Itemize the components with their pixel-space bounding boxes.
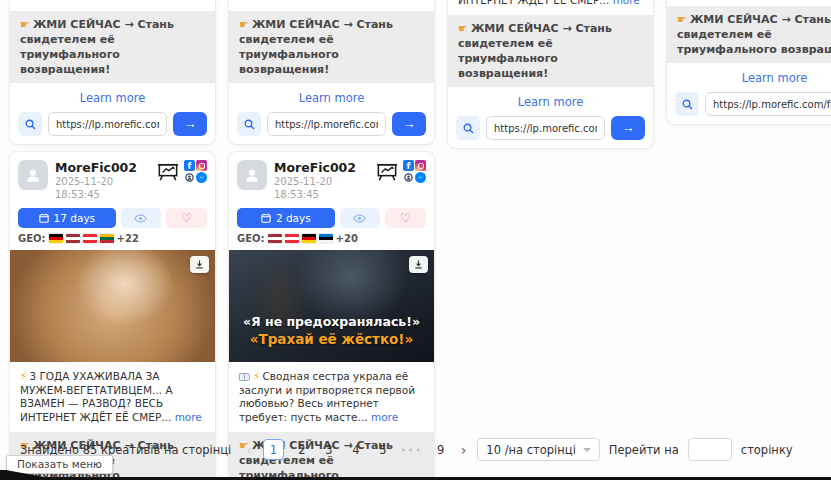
avatar (237, 160, 267, 190)
audience-network-icon (184, 172, 195, 183)
creative-text: ⚡3 ГОДА УХАЖИВАЛА ЗА МУЖЕМ-ВЕГЕТАТИВЦЕМ.… (10, 362, 215, 428)
views-button[interactable] (121, 208, 162, 228)
pointing-hand-icon: ☛ (239, 18, 249, 31)
cta-headline: ЖМИ СЕЙЧАС → Стань свидетелем её триумфа… (458, 22, 612, 80)
open-url-button[interactable]: → (173, 112, 207, 136)
more-link[interactable]: more (613, 0, 640, 6)
page-size-select[interactable]: 10 /на сторінці (477, 438, 599, 461)
days-active-button[interactable]: 17 days (18, 208, 116, 228)
creative-text-body: 3 ГОДА УХАЖИВАЛА ЗА МУЖЕМ-ВЕГЕТАТИВЦЕМ..… (20, 370, 175, 423)
search-icon[interactable] (675, 92, 699, 116)
creative-card: MoreFic002 2025-11-20 18:53:45 f (229, 152, 434, 480)
search-icon[interactable] (237, 112, 261, 136)
column-2: ☛ЖМИ СЕЙЧАС → Стань свидетелем её триумф… (229, 0, 434, 480)
landing-url-input[interactable] (267, 112, 386, 136)
creative-text-clipped: ИНТЕРНЕТ ЖДЁТ ЕЁ СМЕР... more (448, 0, 653, 7)
geo-more-count[interactable]: +22 (117, 233, 139, 244)
flag-lt-icon (100, 234, 114, 243)
page-4-button[interactable]: 4 (347, 440, 365, 460)
geo-flags (49, 234, 114, 243)
profile-row: MoreFic002 2025-11-20 18:53:45 f (10, 152, 215, 201)
goto-page-label: Перейти на (609, 443, 679, 457)
facebook-icon: f (184, 160, 195, 171)
geo-row: GEO: +20 (229, 228, 434, 248)
open-url-button[interactable]: → (611, 116, 645, 140)
lightning-icon: ⚡ (20, 370, 27, 382)
creative-image[interactable] (10, 250, 215, 362)
learn-more-link[interactable]: Learn more (229, 83, 434, 112)
page-3-button[interactable]: 3 (320, 440, 338, 460)
cta-bar: ☛ЖМИ СЕЙЧАС → Стань свидетелем её триумф… (229, 11, 434, 83)
page-2-button[interactable]: 2 (293, 440, 311, 460)
url-row: → (10, 112, 215, 136)
days-active-button[interactable]: 2 days (237, 208, 335, 228)
creative-datetime: 2025-11-20 18:53:45 (274, 175, 369, 201)
learn-more-link[interactable]: Learn more (10, 83, 215, 112)
page-size-value: 10 /на сторінці (486, 443, 575, 457)
more-link[interactable]: more (175, 411, 202, 423)
search-icon[interactable] (18, 112, 42, 136)
audience-network-icon (403, 172, 414, 183)
card-masonry: ☛ЖМИ СЕЙЧАС → Стань свидетелем её триумф… (10, 0, 831, 480)
more-link[interactable]: more (371, 411, 398, 423)
flag-lv-icon (268, 234, 282, 243)
creative-datetime: 2025-11-20 18:53:45 (55, 175, 150, 201)
instagram-icon (196, 160, 207, 171)
clipped-text: ИНТЕРНЕТ ЖДЁТ ЕЁ СМЕР... (458, 0, 613, 6)
column-1: ☛ЖМИ СЕЙЧАС → Стань свидетелем её триумф… (10, 0, 215, 480)
download-image-icon[interactable] (190, 256, 209, 273)
learn-more-link[interactable]: Learn more (448, 87, 653, 116)
geo-row: GEO: +22 (10, 228, 215, 248)
prev-page-button[interactable]: ‹ (244, 442, 254, 458)
favorite-button[interactable]: ♡ (385, 208, 426, 228)
days-label: 2 days (276, 212, 311, 224)
geo-label: GEO: (18, 233, 46, 244)
landing-url-input[interactable] (705, 92, 831, 116)
landing-url-input[interactable] (486, 116, 605, 140)
card-actions: 17 days ♡ (10, 201, 215, 228)
download-image-icon[interactable] (409, 256, 428, 273)
flag-de-icon (49, 234, 63, 243)
page-1-button[interactable]: 1 (263, 439, 284, 460)
lightning-icon: ⚡ (253, 370, 260, 382)
card-icons: f (157, 160, 207, 183)
landing-url-input[interactable] (48, 112, 167, 136)
geo-more-count[interactable]: +20 (336, 233, 358, 244)
book-icon (239, 373, 250, 381)
column-3: ИНТЕРНЕТ ЖДЁТ ЕЁ СМЕР... more ☛ЖМИ СЕЙЧА… (448, 0, 653, 480)
overlay-line-2: «Трахай её жёстко!» (229, 330, 434, 348)
avatar (18, 160, 48, 190)
creative-image[interactable]: «Я не предохранялась!» «Трахай её жёстко… (229, 250, 434, 362)
cta-headline: ЖМИ СЕЙЧАС → Стань свидетелем её триумфа… (20, 18, 174, 76)
goto-page-suffix: сторінку (741, 443, 793, 457)
cta-bar: ☛ЖМИ СЕЙЧАС → Стань свидетелем её триумф… (667, 6, 831, 63)
presentation-chart-icon[interactable] (376, 162, 398, 182)
cta-headline: ЖМИ СЕЙЧАС → Стань свидетелем её триумфа… (239, 18, 393, 76)
creative-card-partial: ☛ЖМИ СЕЙЧАС → Стань свидетелем её триумф… (10, 0, 215, 144)
creative-text: ⚡Сводная сестра украла её заслуги и прит… (229, 362, 434, 428)
flag-de-icon (302, 234, 316, 243)
creative-card: MoreFic002 2025-11-20 18:53:45 f (10, 152, 215, 480)
goto-page-input[interactable] (688, 438, 732, 461)
flag-ee-icon (319, 234, 333, 243)
pointing-hand-icon: ☛ (20, 18, 30, 31)
url-row: → (229, 112, 434, 136)
card-actions: 2 days ♡ (229, 201, 434, 228)
pointing-hand-icon: ☛ (458, 22, 468, 35)
open-url-button[interactable]: → (392, 112, 426, 136)
search-icon[interactable] (456, 116, 480, 140)
next-page-button[interactable]: › (459, 442, 469, 458)
views-button[interactable] (340, 208, 381, 228)
pages-ellipsis[interactable]: ••• (401, 445, 423, 455)
messenger-icon (196, 172, 207, 183)
page-9-button[interactable]: 9 (432, 440, 450, 460)
days-label: 17 days (54, 212, 95, 224)
flag-at-icon (285, 234, 299, 243)
page-name: MoreFic002 (274, 160, 369, 175)
show-menu-tooltip[interactable]: Показать меню (6, 455, 113, 474)
presentation-chart-icon[interactable] (157, 162, 179, 182)
creative-card-partial: ИНТЕРНЕТ ЖДЁТ ЕЁ СМЕР... more ☛ЖМИ СЕЙЧА… (448, 0, 653, 148)
learn-more-link[interactable]: Learn more (667, 63, 831, 92)
page-5-button[interactable]: 5 (374, 440, 392, 460)
favorite-button[interactable]: ♡ (166, 208, 207, 228)
